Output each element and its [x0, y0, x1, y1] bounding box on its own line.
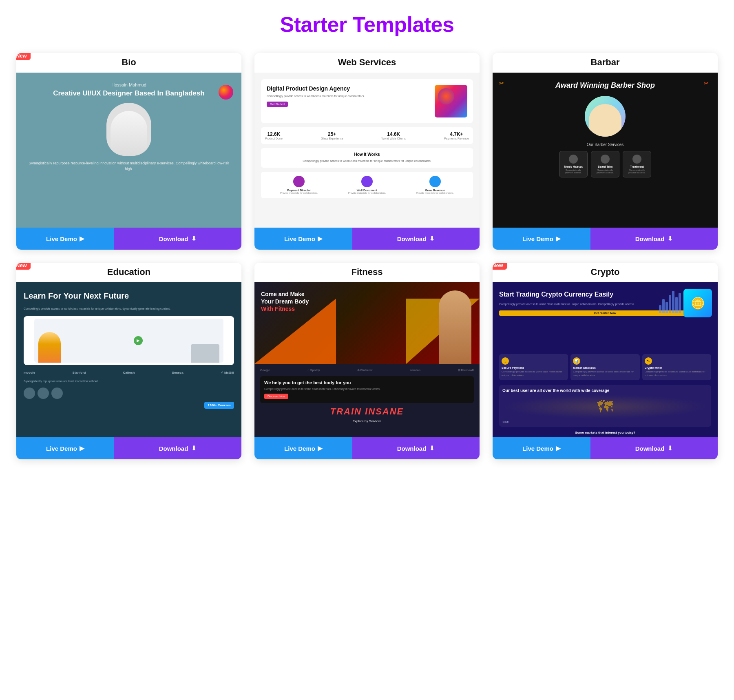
arrow-icon-crypto: [556, 445, 561, 452]
barbar-service-desc-3: Synergistically provide access.: [626, 169, 648, 174]
card-fitness: Fitness Come and MakeYour Dream BodyWith…: [254, 263, 480, 459]
live-demo-label-edu: Live Demo: [46, 445, 77, 452]
card-bio: New Bio Hossain Mahmud Creative UI/UX De…: [16, 53, 241, 250]
fit-explore-label: Explore by Services: [260, 419, 474, 423]
card-preview-barbar: ✂ ✂ Award Winning Barber Shop Our Barber…: [493, 73, 718, 228]
fit-brand-5: ⊞ Microsoft: [458, 369, 474, 372]
download-label-barbar: Download: [635, 235, 665, 242]
ws-icon-desc-3: Provide materials for collaborators.: [416, 192, 454, 194]
card-footer-bio: Live Demo Download: [16, 228, 241, 250]
arrow-icon-edu: [80, 445, 84, 452]
fit-brand-logos: Google ♫ Spotify ⊕ Pinterest amazon ⊞ Mi…: [260, 369, 474, 372]
fit-section-title: We help you to get the best body for you: [264, 380, 470, 385]
card-web-services: Web Services Digital Product Design Agen…: [254, 53, 480, 250]
card-preview-bio: Hossain Mahmud Creative UI/UX Designer B…: [16, 73, 241, 228]
bio-person-name: Hossain Mahmud: [111, 82, 146, 87]
arrow-icon-ws: [318, 235, 323, 242]
ws-stats-section: 12.6K Product Done 25+ Glass Experience …: [261, 127, 473, 144]
card-header-crypto: New Crypto: [493, 263, 718, 282]
crypto-card-title-3: Crypto Miner: [645, 366, 709, 369]
ws-stat-1-num: 12.6K: [265, 131, 283, 137]
edu-student-avatar-1: [24, 388, 35, 399]
edu-logo-1: moodle: [24, 371, 35, 374]
download-button-bio[interactable]: Download: [114, 228, 241, 250]
download-label-fitness: Download: [397, 445, 427, 452]
arrow-icon-bio: [80, 235, 84, 242]
crypto-card-title-2: Market Statistics: [573, 366, 637, 369]
live-demo-label-ws: Live Demo: [284, 235, 315, 242]
ws-hero-image: [435, 85, 467, 117]
fit-brand-3: ⊕ Pinterest: [357, 369, 373, 372]
crypto-card-3: ⛏ Crypto Miner Compellingly provide acce…: [642, 354, 711, 380]
card-title-edu: Education: [107, 267, 150, 277]
ws-icon-label-1: Payment Director: [280, 189, 318, 192]
card-header-edu: New Education: [16, 263, 241, 282]
fit-body-bottom: Google ♫ Spotify ⊕ Pinterest amazon ⊞ Mi…: [254, 364, 480, 437]
live-demo-button-ws[interactable]: Live Demo: [254, 228, 352, 250]
download-icon-edu: [191, 445, 197, 452]
ws-icon-2: Well Document Provide materials for coll…: [348, 176, 386, 194]
download-button-ws[interactable]: Download: [352, 228, 480, 250]
edu-person-figure: [38, 332, 61, 363]
fit-brand-1: Google: [260, 369, 270, 372]
download-button-barbar[interactable]: Download: [590, 228, 718, 250]
card-title-ws: Web Services: [338, 57, 396, 67]
crypto-coin-stack: 🪙: [683, 289, 712, 317]
fit-hero-section: Come and MakeYour Dream BodyWith Fitness: [254, 282, 480, 364]
live-demo-button-fitness[interactable]: Live Demo: [254, 437, 352, 459]
live-demo-button-crypto[interactable]: Live Demo: [493, 437, 590, 459]
fit-section-btn[interactable]: Discover Now: [264, 394, 288, 399]
crypto-world-map-icon: 🗺: [597, 398, 613, 416]
edu-description: Compellingly provide access to world cla…: [24, 307, 234, 311]
card-education: New Education Learn For Your Next Future…: [16, 263, 241, 459]
ws-icon-3: Grow Revenue Provide materials for colla…: [416, 176, 454, 194]
edu-student-avatars: [24, 388, 234, 399]
edu-screen-mockup: ▶: [24, 316, 234, 365]
download-button-crypto[interactable]: Download: [590, 437, 718, 459]
ws-stat-2-label: Glass Experience: [321, 137, 343, 140]
fit-section: We help you to get the best body for you…: [260, 376, 474, 403]
download-button-edu[interactable]: Download: [114, 437, 241, 459]
ws-icon-circle-3: [429, 176, 441, 187]
card-preview-ws: Digital Product Design Agency Compelling…: [254, 73, 480, 228]
ws-hero-cta-button[interactable]: Get Started: [267, 102, 288, 107]
card-title-bio: Bio: [122, 57, 136, 67]
ws-how-title: How It Works: [265, 152, 469, 157]
download-label-crypto: Download: [635, 445, 665, 452]
crypto-bar-6: [675, 297, 678, 313]
crypto-card-desc-1: Compellingly provide access to world cla…: [502, 370, 566, 377]
page-title: Starter Templates: [16, 12, 718, 37]
live-demo-button-bio[interactable]: Live Demo: [16, 228, 114, 250]
card-header-fitness: Fitness: [254, 263, 480, 282]
live-demo-button-barbar[interactable]: Live Demo: [493, 228, 590, 250]
ws-hero-title: Digital Product Design Agency: [267, 85, 431, 92]
download-button-fitness[interactable]: Download: [352, 437, 480, 459]
barbar-service-1: Men's Haircut Synergistically provide ac…: [559, 151, 588, 177]
new-badge-edu: New: [16, 263, 31, 270]
ws-icons-section: Payment Director Provide materials for c…: [261, 172, 473, 198]
ws-how-desc: Compellingly provide access to world cla…: [265, 159, 469, 164]
arrow-icon-fitness: [318, 445, 323, 452]
crypto-card-icon-2: 📊: [573, 357, 580, 365]
live-demo-button-edu[interactable]: Live Demo: [16, 437, 114, 459]
fit-person-figure: [439, 290, 471, 364]
card-footer-barbar: Live Demo Download: [493, 228, 718, 250]
ws-hero-section: Digital Product Design Agency Compelling…: [261, 79, 473, 123]
barbar-avatar-body: [589, 104, 621, 137]
barbar-service-label-3: Treatment: [626, 165, 648, 168]
barbar-service-desc-1: Synergistically provide access.: [563, 169, 584, 174]
barbar-decor-scissors: ✂: [499, 80, 506, 87]
ws-icon-label-2: Well Document: [348, 189, 386, 192]
live-demo-label-barbar: Live Demo: [522, 235, 553, 242]
barbar-avatar: [585, 96, 626, 137]
crypto-card-2: 📊 Market Statistics Compellingly provide…: [570, 354, 639, 380]
ws-hero-left: Digital Product Design Agency Compelling…: [267, 85, 431, 107]
crypto-bar-chart: [659, 289, 681, 313]
ws-stat-4-label: Payments Revenue: [444, 137, 469, 140]
edu-description-2: Synergistically repurpose resource level…: [24, 379, 234, 384]
edu-logo-2: Stanford: [73, 371, 86, 374]
ws-icon-label-3: Grow Revenue: [416, 189, 454, 192]
barbar-services-list: Men's Haircut Synergistically provide ac…: [559, 151, 651, 177]
ws-stat-4-num: 4.7K+: [444, 131, 469, 137]
ws-how-section: How It Works Compellingly provide access…: [261, 148, 473, 168]
